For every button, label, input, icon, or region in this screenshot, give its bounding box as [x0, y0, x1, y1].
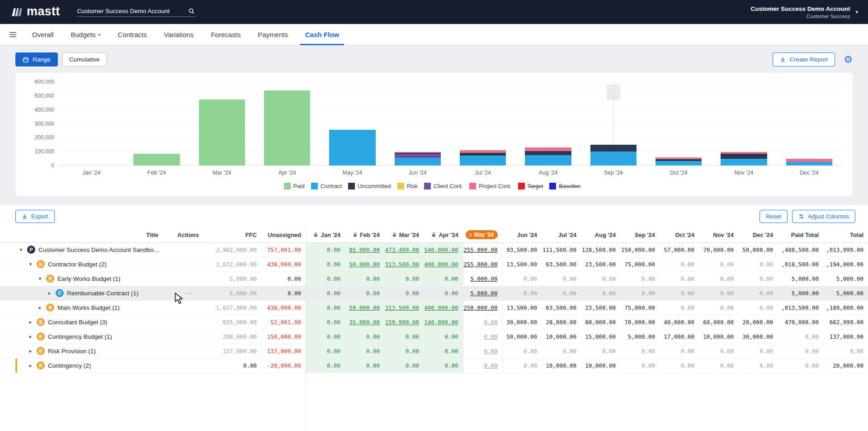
cell-m1[interactable]: 50,000.00 [345, 257, 384, 271]
legend-item-paid[interactable]: Paid [284, 183, 305, 189]
chart-bar-aug-24[interactable] [525, 147, 571, 166]
cashflow-table-card: Export Reset Adjust Columns TitleActions… [0, 205, 868, 431]
cell-m11: 0.00 [738, 271, 778, 286]
chevron-right-icon[interactable]: ▸ [28, 319, 33, 325]
chevron-right-icon[interactable]: ▸ [28, 362, 33, 369]
cell-m1[interactable]: 50,000.00 [345, 300, 384, 315]
cell-m3[interactable]: 140,000.00 [424, 315, 463, 329]
legend-item-baseline[interactable]: Baseline [549, 183, 580, 189]
table-row[interactable]: ▾PCustomer Success Demo Account Sandbox … [0, 242, 868, 257]
cell-total: ,013,999.00 [823, 242, 868, 257]
cell-m7: 15,000.00 [581, 329, 620, 344]
cell-m2[interactable]: 159,999.00 [384, 315, 424, 329]
chart-segment-paid [264, 90, 310, 166]
legend-item-client-cont[interactable]: Client Cont. [424, 183, 463, 189]
table-row[interactable]: ▾BContractor Budget (2)1,632,000.00438,0… [0, 257, 868, 271]
legend-item-project-cont[interactable]: Project Cont. [469, 183, 511, 189]
chart-bar-mar-24[interactable] [199, 99, 245, 166]
cell-m4[interactable]: 5,000.00 [463, 286, 502, 300]
chart-segment-contract [590, 152, 637, 166]
legend-item-target[interactable]: Target [518, 183, 543, 189]
chart-bar-sep-24[interactable] [590, 145, 637, 166]
mastt-logo[interactable]: mastt [10, 5, 60, 19]
tab-overall[interactable]: Overall [24, 24, 62, 45]
account-menu[interactable]: Customer Success Demo Account Customer S… [750, 5, 858, 19]
table-row[interactable]: ▸BContingency (2)0.00-20,000.000.000.000… [0, 358, 868, 373]
cell-title: ▾PCustomer Success Demo Account Sandbox … [0, 242, 163, 257]
chevron-down-icon[interactable]: ▾ [855, 9, 858, 15]
chart-bar-oct-24[interactable] [656, 157, 702, 166]
chart-bar-jul-24[interactable] [460, 150, 506, 166]
cell-m1[interactable]: 85,000.00 [345, 242, 384, 257]
table-row[interactable]: ▸CReimbursable Contract (1)⋯5,000.000.00… [0, 286, 868, 300]
cell-m5: 0.00 [502, 271, 542, 286]
chevron-down-icon[interactable]: ▾ [18, 246, 24, 253]
cell-m1[interactable]: 35,000.00 [345, 315, 384, 329]
lock-icon [313, 232, 318, 237]
cell-m4[interactable]: 0.00 [463, 329, 502, 344]
chevron-right-icon[interactable]: ▸ [37, 304, 43, 311]
chart-slot [515, 82, 580, 166]
tab-variations[interactable]: Variations [156, 24, 203, 45]
cell-ffc: 1,632,000.00 [203, 257, 261, 271]
chevron-down-icon[interactable]: ▾ [28, 261, 33, 267]
cumulative-button[interactable]: Cumulative [62, 52, 107, 66]
column-header-m3: Apr '24 [424, 227, 463, 242]
cell-m3: 0.00 [424, 344, 463, 358]
cell-m3[interactable]: 400,000.00 [424, 300, 463, 315]
tab-contracts[interactable]: Contracts [109, 24, 156, 45]
reset-button[interactable]: Reset [760, 210, 788, 223]
project-search-input[interactable] [77, 8, 185, 14]
chart-bar-dec-24[interactable] [786, 159, 832, 166]
settings-gear-icon[interactable]: ⚙ [844, 55, 853, 65]
chevron-right-icon[interactable]: ▸ [28, 348, 33, 354]
table-row[interactable]: ▸BContingency Budget (1)298,000.00150,00… [0, 329, 868, 344]
cell-m2[interactable]: 313,500.00 [384, 300, 424, 315]
table-row[interactable]: ▸BMain Works Budget (1)1,627,000.00438,0… [0, 300, 868, 315]
chart-bar-apr-24[interactable] [264, 90, 310, 166]
legend-item-uncommitted[interactable]: Uncommitted [348, 183, 391, 189]
range-button[interactable]: Range [15, 52, 58, 66]
cell-m3[interactable]: 540,000.00 [424, 242, 463, 257]
chart-bar-jun-24[interactable] [395, 152, 441, 166]
cell-m4[interactable]: 5,000.00 [463, 271, 502, 286]
export-button[interactable]: Export [15, 210, 55, 223]
table-row[interactable]: ▸BConsultant Budget (3)835,000.0052,001.… [0, 315, 868, 329]
cell-m4[interactable]: 255,000.00 [463, 242, 502, 257]
cell-m3: 0.00 [424, 329, 463, 344]
cell-m4[interactable]: 255,000.00 [463, 257, 502, 271]
cell-m4[interactable]: 0.00 [463, 358, 502, 373]
tab-label: Variations [164, 31, 194, 38]
menu-button[interactable] [4, 24, 22, 45]
create-report-button[interactable]: Create Report [773, 52, 835, 66]
cell-m4[interactable]: 250,000.00 [463, 300, 502, 315]
chevron-right-icon[interactable]: ▸ [28, 333, 33, 340]
chevron-right-icon[interactable]: ▸ [47, 290, 52, 296]
table-row[interactable]: ▸BRisk Provision (1)137,000.00137,000.00… [0, 344, 868, 358]
project-search[interactable] [77, 8, 195, 17]
tab-cash-flow[interactable]: Cash Flow [297, 24, 348, 45]
cell-m2[interactable]: 313,500.00 [384, 257, 424, 271]
legend-item-risk[interactable]: Risk [397, 183, 418, 189]
cell-m4[interactable]: 0.00 [463, 344, 502, 358]
chevron-down-icon[interactable]: ▾ [37, 275, 43, 282]
search-icon[interactable] [188, 8, 195, 14]
adjust-columns-button[interactable]: Adjust Columns [792, 210, 855, 223]
table-row[interactable]: ▾BEarly Works Budget (1)5,000.000.000.00… [0, 271, 868, 286]
cell-m2[interactable]: 473,499.00 [384, 242, 424, 257]
chart-bar-may-24[interactable] [329, 130, 375, 166]
tab-payments[interactable]: Payments [249, 24, 297, 45]
cell-total: ,194,000.00 [823, 257, 868, 271]
tab-forecasts[interactable]: Forecasts [202, 24, 249, 45]
tab-budgets[interactable]: Budgets▾ [62, 24, 109, 45]
cell-title: ▸CReimbursable Contract (1) [0, 286, 163, 300]
chart-bar-nov-24[interactable] [721, 152, 767, 166]
cell-m3[interactable]: 400,000.00 [424, 257, 463, 271]
chart-segment-contract [329, 130, 375, 166]
legend-item-contract[interactable]: Contract [311, 183, 342, 189]
cell-m4[interactable]: 0.00 [463, 315, 502, 329]
x-axis-tick-label: Feb '24 [124, 170, 189, 176]
cell-ffc: 5,000.00 [203, 271, 261, 286]
cell-total: ,189,000.00 [823, 300, 868, 315]
chart-bar-feb-24[interactable] [133, 154, 179, 166]
